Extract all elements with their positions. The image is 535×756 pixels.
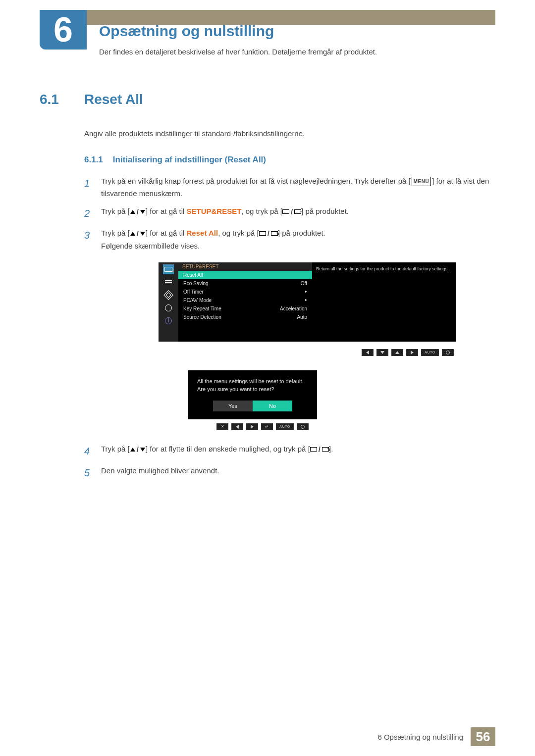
- ctrl-auto-button: AUTO: [421, 349, 439, 356]
- section-number: 6.1: [40, 92, 69, 107]
- osd-row: Source DetectionAuto: [178, 313, 312, 321]
- step-text-fragment: , og tryk på [: [241, 207, 282, 215]
- ctrl-right-icon: [246, 423, 258, 430]
- step-2: 2 Tryk på [/] for at gå til SETUP&RESET,…: [84, 205, 495, 222]
- step-number: 4: [84, 443, 93, 459]
- ctrl-left-icon: [231, 423, 243, 430]
- ctrl-up-icon: [391, 349, 403, 356]
- osd-menu-screenshot: i SETUP&RESET Reset All Eco SavingOff Of…: [159, 262, 456, 342]
- dialog-line-2: Are you sure you want to reset?: [197, 385, 308, 394]
- step-text-fragment: ] for at gå til: [146, 229, 187, 237]
- step-text-fragment: Tryk på en vilkårlig knap forrest på pro…: [101, 177, 411, 185]
- osd-sidebar-icon-setup: [163, 303, 174, 313]
- chapter-title: Opsætning og nulstilling: [99, 23, 274, 40]
- enter-source-icon: /: [259, 227, 278, 240]
- ctrl-close-icon: ✕: [216, 423, 228, 430]
- menu-button-label: MENU: [412, 177, 431, 186]
- osd-row: PC/AV Mode▸: [178, 296, 312, 304]
- step-text-fragment: , og tryk på [: [218, 229, 259, 237]
- dialog-yes-button: Yes: [213, 401, 253, 411]
- chapter-subtitle: Der findes en detaljeret beskrivelse af …: [99, 48, 490, 56]
- dialog-line-1: All the menu settings will be reset to d…: [197, 377, 308, 386]
- osd-help-text: Return all the settings for the product …: [312, 262, 456, 342]
- step-text-fragment: Tryk på [: [101, 445, 130, 453]
- osd-sidebar-icon-picture: [163, 264, 174, 274]
- up-down-icon: /: [130, 205, 145, 218]
- osd-sidebar-icon-list: [163, 277, 174, 287]
- step-number: 5: [84, 464, 93, 481]
- up-down-icon: /: [130, 227, 145, 240]
- step-number: 3: [84, 227, 93, 252]
- dialog-no-button: No: [253, 401, 292, 411]
- step-text-fragment: ] for at flytte til den ønskede mulighed…: [146, 445, 310, 453]
- subsection-title: Initialisering af indstillinger (Reset A…: [113, 155, 266, 165]
- step-followup-text: Følgende skærmbillede vises.: [101, 240, 495, 252]
- ctrl-right-icon: [406, 349, 418, 356]
- step-1: 1 Tryk på en vilkårlig knap forrest på p…: [84, 175, 495, 200]
- reset-dialog-screenshot: All the menu settings will be reset to d…: [188, 370, 337, 430]
- footer-chapter-label: 6 Opsætning og nulstilling: [377, 733, 463, 741]
- step-text-fragment: Tryk på [: [101, 229, 130, 237]
- ctrl-down-icon: [376, 349, 388, 356]
- enter-source-icon: /: [282, 205, 301, 218]
- osd-control-bar: AUTO: [159, 349, 456, 358]
- osd-sidebar: i: [159, 262, 178, 342]
- osd-sidebar-icon-size: [163, 290, 174, 300]
- subsection-number: 6.1.1: [84, 155, 103, 165]
- ctrl-enter-icon: ↵: [261, 423, 273, 430]
- section-title: Reset All: [84, 92, 143, 107]
- step-number: 1: [84, 175, 93, 200]
- step-number: 2: [84, 205, 93, 222]
- up-down-icon: /: [130, 443, 145, 456]
- ctrl-auto-button: AUTO: [276, 423, 294, 430]
- osd-row: Key Repeat TimeAcceleration: [178, 304, 312, 313]
- step-4: 4 Tryk på [/] for at flytte til den ønsk…: [84, 443, 495, 459]
- ctrl-left-icon: [362, 349, 374, 356]
- ctrl-power-icon: [297, 423, 309, 430]
- step-3: 3 Tryk på [/] for at gå til Reset All, o…: [84, 227, 495, 252]
- ctrl-power-icon: [442, 349, 454, 356]
- osd-row: Eco SavingOff: [178, 279, 312, 288]
- step-text-fragment: ] på produktet.: [278, 229, 325, 237]
- osd-sidebar-icon-info: i: [163, 316, 174, 326]
- osd-row-selected: Reset All: [178, 271, 312, 279]
- highlight-reset-all: Reset All: [187, 229, 218, 237]
- step-5: 5 Den valgte mulighed bliver anvendt.: [84, 464, 495, 481]
- osd-header: SETUP&RESET: [178, 262, 312, 271]
- highlight-setup-reset: SETUP&RESET: [187, 207, 242, 215]
- step-text-fragment: ] på produktet.: [301, 207, 349, 215]
- step-text-fragment: Tryk på [: [101, 207, 130, 215]
- section-body: Angiv alle produktets indstillinger til …: [84, 127, 495, 140]
- step-text-fragment: ] for at gå til: [146, 207, 187, 215]
- footer-page-number: 56: [471, 727, 495, 746]
- chapter-number-badge: 6: [40, 10, 87, 50]
- enter-source-icon: /: [310, 443, 329, 456]
- osd-row: Off Timer▸: [178, 288, 312, 296]
